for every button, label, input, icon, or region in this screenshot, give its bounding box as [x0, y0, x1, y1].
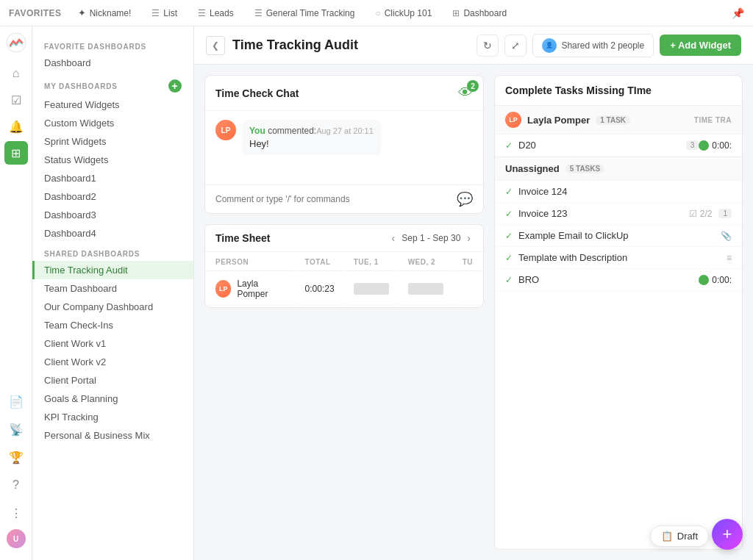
- doc-icon-btn[interactable]: 📄: [4, 390, 28, 413]
- timesheet-widget: Time Sheet ‹ Sep 1 - Sep 30 › PERSON TOT…: [204, 224, 484, 308]
- page-title: Time Tracking Audit: [232, 37, 469, 53]
- main-layout: ⌂ ☑ 🔔 ⊞ 📄 📡 🏆 ? ⋮ U FAVORITE DASHBOARDS …: [0, 26, 753, 560]
- sidebar-item-client-work-v2[interactable]: Client Work v2: [32, 353, 193, 371]
- task-name-invoice124[interactable]: Invoice 124: [518, 186, 732, 197]
- tasks-title: Complete Tasks Missing TIme: [505, 85, 652, 96]
- sidebar-item-client-portal[interactable]: Client Portal: [32, 371, 193, 390]
- help-icon-btn[interactable]: ?: [4, 473, 28, 497]
- sidebar-item-goals-planning[interactable]: Goals & Planning: [32, 390, 193, 408]
- sidebar-item-dashboard1[interactable]: Dashboard1: [32, 169, 193, 187]
- sidebar-item-dashboard2[interactable]: Dashboard2: [32, 187, 193, 206]
- sidebar-item-team-checkins[interactable]: Team Check-Ins: [32, 316, 193, 334]
- task-time-d20: 0:00:: [699, 140, 732, 151]
- check-icon-inv123: ✓: [505, 209, 513, 219]
- chat-send-icon[interactable]: 💬: [457, 191, 473, 207]
- sidebar-item-status[interactable]: Status Widgets: [32, 151, 193, 169]
- chat-bubble: You commented: Aug 27 at 20:11 Hey!: [242, 120, 381, 155]
- sidebar-item-kpi-tracking[interactable]: KPI Tracking: [32, 408, 193, 426]
- task-row-template: ✓ Template with Description ≡: [495, 247, 742, 269]
- chat-meta: You commented: Aug 27 at 20:11: [249, 126, 374, 136]
- shared-label: Shared with 2 people: [561, 40, 644, 51]
- person-cell: LP Layla Pomper: [207, 273, 295, 306]
- chat-text: Hey!: [249, 138, 374, 149]
- user-avatar[interactable]: U: [7, 529, 26, 548]
- task-name-invoice123[interactable]: Invoice 123: [518, 208, 685, 219]
- person-group-header: LP Layla Pomper 1 TASK TIME TRA: [495, 106, 742, 134]
- sidebar-item-featured[interactable]: Featured Widgets: [32, 96, 193, 114]
- person-group-layla: LP Layla Pomper 1 TASK TIME TRA ✓ D20 3 …: [495, 106, 742, 157]
- home-icon-btn[interactable]: ⌂: [4, 62, 28, 85]
- task-row-bro: ✓ BRO 0:00:: [495, 269, 742, 291]
- clip-icon: 📎: [721, 231, 732, 241]
- content-header: ❮ Time Tracking Audit ↻ ⤢ 👤 Shared with …: [194, 26, 753, 65]
- timesheet-header: Time Sheet ‹ Sep 1 - Sep 30 ›: [205, 225, 483, 252]
- time-dot: [699, 140, 709, 151]
- col-tue1: TUE, 1: [345, 254, 398, 271]
- sidebar-item-dashboard3[interactable]: Dashboard3: [32, 206, 193, 224]
- shared-people-btn[interactable]: 👤 Shared with 2 people: [532, 34, 654, 57]
- tasks-widget-header: Complete Tasks Missing TIme: [495, 76, 742, 106]
- date-range: Sep 1 - Sep 30: [402, 233, 460, 243]
- thu-cell: [454, 273, 482, 306]
- chat-input[interactable]: [215, 194, 451, 204]
- collapse-btn[interactable]: ❮: [206, 36, 225, 55]
- favorites-label: FAVORITES: [9, 8, 62, 18]
- check-icon: ✓: [505, 140, 513, 151]
- timesheet-table: PERSON TOTAL TUE, 1 WED, 2 TU: [205, 252, 483, 307]
- bell-icon-btn[interactable]: 🔔: [4, 115, 28, 138]
- sidebar-item-dashboard[interactable]: Dashboard: [32, 54, 193, 72]
- refresh-btn[interactable]: ↻: [477, 35, 499, 57]
- expand-btn[interactable]: ⤢: [504, 35, 527, 57]
- timesheet-title: Time Sheet: [215, 232, 270, 244]
- unassigned-label: Unassigned: [505, 163, 560, 174]
- chat-message: LP You commented: Aug 27 at 20:11 Hey!: [215, 120, 473, 155]
- goals-icon-btn[interactable]: 🏆: [4, 445, 28, 469]
- chat-sender-avatar: LP: [215, 120, 236, 140]
- col-total: TOTAL: [296, 254, 343, 271]
- general-time-tracking-item[interactable]: ☰ General Time Tracking: [250, 5, 360, 21]
- sidebar-item-dashboard4[interactable]: Dashboard4: [32, 224, 193, 243]
- person-group-avatar: LP: [505, 112, 521, 128]
- col-person: PERSON: [207, 254, 295, 271]
- task-row-d20: ✓ D20 3 0:00:: [495, 134, 742, 157]
- sidebar-item-personal-business[interactable]: Personal & Business Mix: [32, 426, 193, 445]
- list-item[interactable]: ☰ List: [147, 5, 182, 21]
- chat-widget-title: Time Check Chat: [215, 87, 299, 99]
- pulse-icon-btn[interactable]: 📡: [4, 417, 28, 441]
- top-bar: FAVORITES ✦ Nickname! ☰ List ☰ Leads ☰ G…: [0, 0, 753, 26]
- col-tu: TU: [454, 254, 482, 271]
- leads-item[interactable]: ☰ Leads: [193, 5, 238, 21]
- chat-widget: Time Check Chat 👁 2 LP You commented:: [204, 75, 484, 214]
- chat-input-area: 💬: [205, 184, 483, 213]
- sidebar-item-custom[interactable]: Custom Widgets: [32, 114, 193, 132]
- date-next-btn[interactable]: ›: [465, 232, 473, 244]
- sidebar-item-sprint[interactable]: Sprint Widgets: [32, 132, 193, 151]
- add-widget-btn[interactable]: + Add Widget: [660, 35, 741, 56]
- table-row: LP Layla Pomper 0:00:23: [207, 273, 482, 306]
- subtask-indicator: ☑ 2/2 1: [689, 209, 732, 219]
- sidebar-item-our-company[interactable]: Our Company Dashboard: [32, 298, 193, 316]
- dashboard-item[interactable]: ⊞ Dashboard: [448, 5, 511, 21]
- eye-badge[interactable]: 👁 2: [458, 85, 473, 101]
- draft-button[interactable]: 📋 Draft: [650, 525, 709, 547]
- task-name-d20[interactable]: D20: [518, 140, 682, 151]
- add-dashboard-btn[interactable]: +: [168, 79, 182, 93]
- sidebar-item-time-tracking-audit[interactable]: Time Tracking Audit: [32, 261, 193, 279]
- sidebar-item-team-dashboard[interactable]: Team Dashboard: [32, 279, 193, 298]
- nickname-item[interactable]: ✦ Nickname!: [74, 4, 136, 21]
- more-icon-btn[interactable]: ⋮: [4, 501, 28, 525]
- timesheet-header-row: PERSON TOTAL TUE, 1 WED, 2 TU: [207, 254, 482, 271]
- fab-button[interactable]: +: [712, 519, 743, 550]
- sidebar-item-client-work-v1[interactable]: Client Work v1: [32, 334, 193, 353]
- clickup-101-item[interactable]: ○ ClickUp 101: [371, 5, 436, 21]
- task-name-example-email[interactable]: Example Email to ClickUp: [518, 230, 716, 241]
- check-icon-btn[interactable]: ☑: [4, 88, 28, 112]
- date-prev-btn[interactable]: ‹: [390, 232, 398, 244]
- task-name-bro[interactable]: BRO: [518, 274, 699, 285]
- tasks-widget: Complete Tasks Missing TIme LP Layla Pom…: [494, 75, 743, 550]
- shared-dashboards-title: SHARED DASHBOARDS: [32, 243, 193, 261]
- left-sidebar: FAVORITE DASHBOARDS Dashboard MY DASHBOA…: [32, 26, 194, 560]
- grid-icon-btn[interactable]: ⊞: [4, 141, 28, 165]
- task-name-template[interactable]: Template with Description: [518, 252, 722, 263]
- wed-cell: [399, 273, 452, 306]
